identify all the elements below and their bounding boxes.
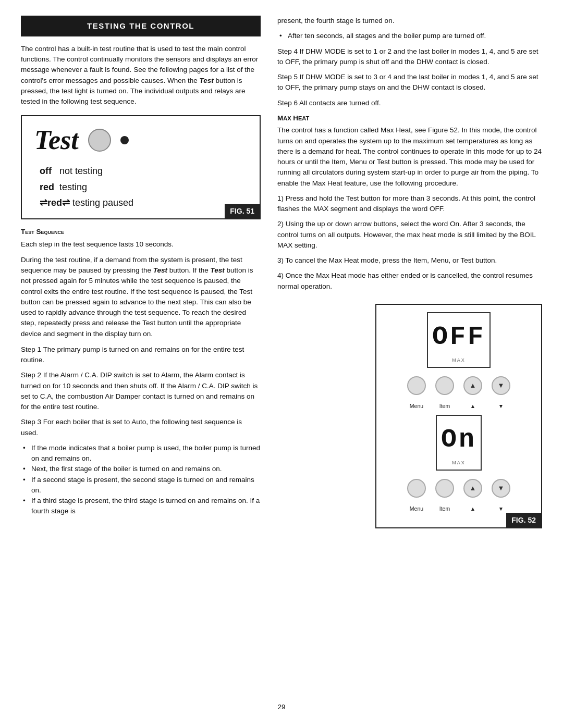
step2-text: Step 2 If the Alarm / C.A. DIP switch is…	[21, 370, 261, 412]
fig52-label: FIG. 52	[506, 513, 541, 527]
step1-text: Step 1 The primary pump is turned on and…	[21, 344, 261, 366]
section-header: TESTING THE CONTROL	[21, 16, 261, 36]
step6-text: Step 6 All contacts are turned off.	[277, 98, 542, 108]
bullet-2: Next, the first stage of the boiler is t…	[27, 464, 261, 474]
test-seq-para1: Each step in the test sequence lasts 10 …	[21, 239, 261, 250]
test-legend: off not testing red testing ⇌red⇌ testin…	[34, 163, 133, 211]
down-btn-1[interactable]: ▼	[492, 376, 510, 395]
menu-btn-2[interactable]	[407, 479, 426, 498]
test-seq-para2: During the test routine, if a demand fro…	[21, 255, 261, 339]
fig52-box: OFF MAX ▲ ▼ Me	[375, 304, 542, 529]
max-heat-heading: MAX HEAT	[277, 113, 542, 124]
legend-redblink: ⇌red⇌ testing paused	[40, 195, 133, 211]
fig51-box: Test off not testing red testing ⇌red⇌ t…	[21, 115, 261, 219]
step4-text: Step 4 If DHW MODE is set to 1 or 2 and …	[277, 46, 542, 68]
buttons-row-1: ▲ ▼	[407, 373, 510, 399]
legend-off: off not testing	[40, 163, 133, 179]
test-sequence-heading: Test Sequence	[21, 227, 261, 237]
up-label-1: ▲	[463, 402, 482, 410]
btn-labels-2: Menu Item ▲ ▼	[407, 505, 510, 513]
on-text: On	[441, 421, 476, 459]
mh-step1: 1) Press and hold the Test button for mo…	[277, 193, 542, 215]
item-label-1: Item	[435, 402, 454, 410]
down-label-1: ▼	[492, 402, 510, 410]
right-column: present, the fourth stage is turned on. …	[277, 16, 542, 697]
section-title: TESTING THE CONTROL	[87, 21, 194, 30]
mh-step4: 4) Once the Max Heat mode has either end…	[277, 270, 542, 292]
max-label-1: MAX	[432, 357, 485, 364]
item-btn-2[interactable]	[435, 479, 454, 498]
intro-paragraph: The control has a built-in test routine …	[21, 44, 261, 107]
off-text: OFF	[432, 318, 485, 356]
down-btn-2[interactable]: ▼	[492, 479, 510, 498]
buttons-row-2: ▲ ▼	[407, 476, 510, 502]
menu-label-1: Menu	[407, 402, 426, 410]
test-dot-icon	[120, 136, 129, 144]
step3-continued-bullets: After ten seconds, all stages and the bo…	[284, 31, 542, 41]
up-label-2: ▲	[463, 505, 482, 513]
bullet-3: If a second stage is present, the second…	[27, 475, 261, 496]
step5-text: Step 5 If DHW MODE is set to 3 or 4 and …	[277, 72, 542, 93]
menu-btn-1[interactable]	[407, 376, 426, 395]
left-column: TESTING THE CONTROL The control has a bu…	[21, 16, 261, 697]
page: TESTING THE CONTROL The control has a bu…	[0, 0, 563, 728]
up-btn-1[interactable]: ▲	[463, 376, 482, 395]
bullet-1: If the mode indicates that a boiler pump…	[27, 443, 261, 464]
step3-continued: present, the fourth stage is turned on.	[277, 16, 542, 26]
mh-step3: 3) To cancel the Max Heat mode, press th…	[277, 255, 542, 266]
arrow-up-icon-2: ▲	[470, 484, 476, 493]
mh-step2: 2) Using the up or down arrow buttons, s…	[277, 219, 542, 251]
page-number: 29	[21, 702, 542, 712]
fig51-label: FIG. 51	[225, 204, 260, 218]
test-label: Test	[34, 127, 79, 154]
menu-label-2: Menu	[407, 505, 426, 513]
legend-red: red testing	[40, 179, 133, 195]
display-off: OFF MAX	[427, 312, 491, 368]
page-num-text: 29	[278, 703, 285, 711]
step3-intro: Step 3 For each boiler that is set to Au…	[21, 417, 261, 438]
max-heat-para1: The control has a function called Max He…	[277, 125, 542, 189]
bullet-continued: After ten seconds, all stages and the bo…	[284, 31, 542, 41]
test-circle-icon	[88, 129, 111, 152]
btn-labels-1: Menu Item ▲ ▼	[407, 402, 510, 410]
item-btn-1[interactable]	[435, 376, 454, 395]
arrow-up-icon-1: ▲	[470, 381, 476, 391]
up-btn-2[interactable]: ▲	[463, 479, 482, 498]
arrow-down-icon-1: ▼	[498, 381, 505, 391]
down-label-2: ▼	[492, 505, 510, 513]
item-label-2: Item	[435, 505, 454, 513]
arrow-down-icon-2: ▼	[498, 484, 505, 493]
display-on: On MAX	[436, 415, 482, 471]
max-label-2: MAX	[441, 460, 476, 466]
step3-bullets: If the mode indicates that a boiler pump…	[27, 443, 261, 517]
test-title-row: Test	[34, 127, 129, 154]
bullet-4: If a third stage is present, the third s…	[27, 496, 261, 517]
fig52-container: OFF MAX ▲ ▼ Me	[387, 312, 531, 528]
